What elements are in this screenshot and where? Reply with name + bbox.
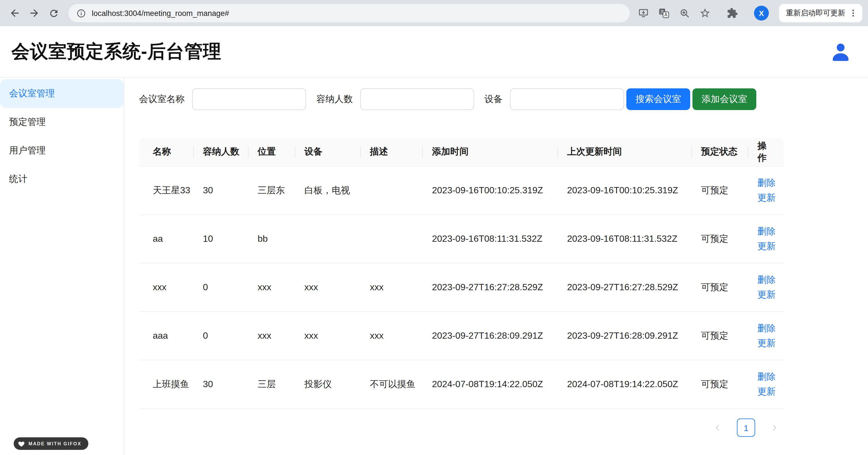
form-buttons: 搜索会议室 添加会议室 (626, 88, 756, 110)
add-room-button[interactable]: 添加会议室 (692, 88, 756, 110)
sidebar-item-statistics[interactable]: 统计 (0, 165, 124, 193)
cell-actions: 删除 更新 (748, 264, 784, 312)
cell-updated: 2023-09-16T00:10:25.319Z (558, 166, 692, 215)
cell-equipment: 白板，电视 (295, 166, 361, 215)
browser-forward-button[interactable] (25, 4, 43, 22)
capacity-label: 容纳人数 (316, 93, 353, 105)
room-name-input[interactable] (192, 88, 306, 110)
zoom-button[interactable] (677, 5, 692, 21)
cell-updated: 2024-07-08T19:14:22.050Z (558, 360, 692, 409)
browser-update-chip[interactable]: 重新启动即可更新 (779, 4, 862, 22)
site-info-icon[interactable] (76, 8, 86, 18)
cell-location: 三层东 (248, 166, 295, 215)
search-rooms-button[interactable]: 搜索会议室 (626, 88, 690, 110)
toolbar-icon-group: 文 A X 重新启动即可更新 (636, 4, 862, 22)
app-header: 会议室预定系统-后台管理 (0, 26, 868, 78)
sidebar-item-bookings[interactable]: 预定管理 (0, 108, 124, 136)
sidebar-item-label: 预定管理 (9, 116, 45, 128)
sidebar-item-label: 统计 (9, 173, 27, 185)
equipment-input[interactable] (510, 88, 624, 110)
pagination: 1 (139, 419, 784, 437)
column-header-status: 预定状态 (692, 138, 748, 166)
delete-link[interactable]: 删除 (757, 369, 775, 384)
cell-equipment: xxx (295, 312, 361, 360)
cell-equipment: xxx (295, 264, 361, 312)
cell-capacity: 0 (194, 264, 248, 312)
cell-location: bb (248, 215, 295, 264)
room-name-label: 会议室名称 (139, 93, 185, 105)
update-link[interactable]: 更新 (757, 384, 775, 399)
install-app-icon (638, 7, 649, 19)
capacity-input[interactable] (360, 88, 474, 110)
column-header-capacity: 容纳人数 (194, 138, 248, 166)
sidebar: 会议室管理 预定管理 用户管理 统计 (0, 78, 124, 455)
update-link[interactable]: 更新 (757, 239, 775, 254)
browser-back-button[interactable] (6, 4, 24, 22)
kebab-menu-icon (848, 8, 858, 18)
user-profile-button[interactable] (829, 40, 852, 63)
screen: localhost:3004/meeting_room_manage# 文 A (0, 0, 868, 455)
table-row: xxx 0 xxx xxx xxx 2023-09-27T16:27:28.52… (139, 264, 784, 312)
prev-page-button[interactable] (708, 419, 727, 437)
update-link[interactable]: 更新 (757, 190, 775, 205)
column-header-updated: 上次更新时间 (558, 138, 692, 166)
cell-description: xxx (361, 312, 423, 360)
browser-toolbar: localhost:3004/meeting_room_manage# 文 A (0, 0, 868, 26)
chevron-right-icon (771, 424, 778, 432)
sidebar-item-users[interactable]: 用户管理 (0, 136, 124, 165)
column-header-actions: 操作 (748, 138, 784, 166)
update-link[interactable]: 更新 (757, 287, 775, 302)
translate-button[interactable]: 文 A (656, 5, 672, 21)
chevron-left-icon (714, 424, 721, 432)
gifox-badge[interactable]: MADE WITH GIFOX (14, 437, 88, 450)
delete-link[interactable]: 删除 (757, 321, 775, 336)
update-chip-label: 重新启动即可更新 (786, 8, 845, 18)
table-header-row: 名称 容纳人数 位置 设备 描述 添加时间 上次更新时间 预定状态 操作 (139, 138, 784, 166)
browser-menu-button[interactable] (848, 8, 858, 18)
sidebar-item-meeting-rooms[interactable]: 会议室管理 (0, 79, 124, 108)
cell-description: 不可以摸鱼 (361, 360, 423, 409)
delete-link[interactable]: 删除 (757, 176, 775, 190)
cell-name: 天王星33 (139, 166, 194, 215)
zoom-icon (679, 8, 690, 19)
cell-capacity: 10 (194, 215, 248, 264)
column-header-name: 名称 (139, 138, 194, 166)
cell-capacity: 0 (194, 312, 248, 360)
column-header-location: 位置 (248, 138, 295, 166)
update-link[interactable]: 更新 (757, 336, 775, 351)
next-page-button[interactable] (766, 419, 784, 437)
cell-capacity: 30 (194, 166, 248, 215)
cell-created: 2023-09-16T08:11:31.532Z (423, 215, 558, 264)
browser-reload-button[interactable] (44, 4, 63, 22)
bookmark-button[interactable] (697, 5, 713, 21)
delete-link[interactable]: 删除 (757, 273, 775, 287)
cell-created: 2023-09-27T16:27:28.529Z (423, 264, 558, 312)
cell-location: 三层 (248, 360, 295, 409)
extensions-button[interactable] (724, 5, 740, 21)
table-row: aaa 0 xxx xxx xxx 2023-09-27T16:28:09.29… (139, 312, 784, 360)
bookmark-star-icon (699, 7, 711, 19)
search-form: 会议室名称 容纳人数 设备 搜索会议室 添加会议室 (139, 88, 784, 110)
svg-text:A: A (664, 12, 668, 17)
install-app-button[interactable] (636, 5, 651, 21)
table-row: 天王星33 30 三层东 白板，电视 2023-09-16T00:10:25.3… (139, 166, 784, 215)
cell-description (361, 215, 423, 264)
meeting-rooms-table: 名称 容纳人数 位置 设备 描述 添加时间 上次更新时间 预定状态 操作 天王星… (139, 138, 784, 409)
cell-name: aa (139, 215, 194, 264)
cell-status: 可预定 (692, 166, 748, 215)
room-name-field: 会议室名称 (139, 88, 306, 110)
profile-avatar[interactable]: X (754, 6, 769, 21)
cell-equipment (295, 215, 361, 264)
cell-updated: 2023-09-27T16:27:28.529Z (558, 264, 692, 312)
profile-initial: X (759, 9, 764, 18)
column-header-equipment: 设备 (295, 138, 361, 166)
sidebar-item-label: 会议室管理 (9, 88, 55, 99)
page-1-button[interactable]: 1 (737, 419, 755, 437)
url-text: localhost:3004/meeting_room_manage# (92, 9, 229, 18)
address-bar[interactable]: localhost:3004/meeting_room_manage# (68, 4, 630, 22)
delete-link[interactable]: 删除 (757, 224, 775, 239)
cell-equipment: 投影仪 (295, 360, 361, 409)
sidebar-item-label: 用户管理 (9, 145, 45, 156)
gifox-badge-text: MADE WITH GIFOX (29, 441, 82, 446)
cell-description: xxx (361, 264, 423, 312)
